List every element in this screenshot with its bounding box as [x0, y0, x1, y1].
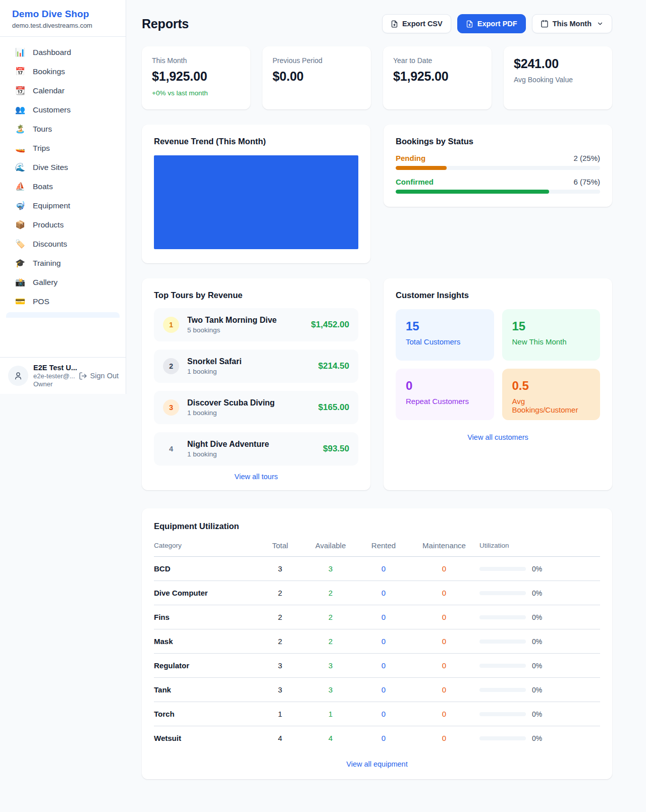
cell-available: 2 [303, 637, 358, 646]
camera-icon: 📸 [15, 278, 25, 286]
rank-badge: 3 [163, 399, 179, 416]
app-layout: Demo Dive Shop demo.test.divestreams.com… [0, 0, 646, 779]
status-row-pending: Pending 2 (25%) [396, 154, 600, 170]
sidebar-item-label: Customers [33, 105, 71, 114]
stat-value: $1,925.00 [152, 69, 240, 84]
view-all-customers-link[interactable]: View all customers [396, 433, 600, 441]
tour-name: Snorkel Safari [187, 357, 242, 366]
table-row: Tank 3 3 0 0 0% [154, 678, 600, 702]
tour-name: Two Tank Morning Dive [187, 316, 277, 325]
sidebar-item-equipment[interactable]: 🤿Equipment [6, 196, 120, 215]
sidebar-item-pos[interactable]: 💳POS [6, 292, 120, 311]
stat-value: $1,925.00 [393, 69, 481, 84]
main-content: Reports Export CSV Export PDF This Month [142, 0, 612, 779]
export-pdf-label: Export PDF [477, 20, 517, 28]
sidebar-item-discounts[interactable]: 🏷️Discounts [6, 235, 120, 254]
charts-row: Revenue Trend (This Month) Bookings by S… [142, 125, 612, 263]
utilization-track [479, 615, 526, 619]
cell-total: 1 [257, 710, 303, 718]
table-row: Wetsuit 4 4 0 0 0% [154, 726, 600, 750]
table-row: Mask 2 2 0 0 0% [154, 629, 600, 654]
sidebar-item-label: Discounts [33, 240, 67, 249]
sidebar-item-dive-sites[interactable]: 🌊Dive Sites [6, 158, 120, 177]
stat-card-year-to-date: Year to Date $1,925.00 [383, 46, 492, 109]
cell-category: Tank [154, 685, 257, 694]
column-header-rented: Rented [358, 541, 409, 550]
rank-badge: 1 [163, 317, 179, 333]
cell-maintenance: 0 [409, 710, 479, 718]
utilization-percent: 0% [532, 710, 542, 718]
sidebar-item-trips[interactable]: 🚤Trips [6, 139, 120, 158]
cell-rented: 0 [358, 589, 409, 597]
stat-label: This Month [152, 56, 240, 65]
sidebar-item-label: Equipment [33, 201, 70, 210]
sidebar-item-calendar[interactable]: 📆Calendar [6, 81, 120, 100]
sidebar-item-products[interactable]: 📦Products [6, 215, 120, 235]
export-pdf-button[interactable]: Export PDF [457, 14, 526, 33]
sidebar-item-boats[interactable]: ⛵Boats [6, 177, 120, 196]
sign-out-button[interactable]: Sign Out [79, 372, 119, 380]
status-value: 2 (25%) [573, 154, 600, 162]
sidebar-item-gallery[interactable]: 📸Gallery [6, 273, 120, 292]
sidebar-item-label: POS [33, 297, 49, 306]
sidebar-panel: Demo Dive Shop demo.test.divestreams.com… [0, 0, 126, 394]
cell-total: 3 [257, 564, 303, 573]
user-panel: E2E Test U... e2e-tester@... Owner Sign … [0, 357, 126, 394]
sidebar-item-label: Dashboard [33, 48, 71, 57]
sidebar-item-training[interactable]: 🎓Training [6, 254, 120, 273]
customers-icon: 👥 [15, 106, 25, 114]
cell-available: 4 [303, 734, 358, 742]
view-all-equipment-link[interactable]: View all equipment [154, 760, 600, 768]
insight-tile-repeat-customers: 0 Repeat Customers [396, 369, 494, 420]
tour-bookings: 1 booking [187, 450, 269, 458]
insight-tiles: 15 Total Customers 15 New This Month 0 R… [396, 309, 600, 420]
stat-card-avg-booking: $241.00 Avg Booking Value [504, 46, 612, 109]
tile-label: Repeat Customers [406, 397, 484, 405]
insight-tile-avg-bookings: 0.5 Avg Bookings/Customer [502, 369, 601, 420]
cell-rented: 0 [358, 710, 409, 718]
sidebar-item-reports-partial[interactable] [6, 312, 120, 318]
sidebar-item-dashboard[interactable]: 📊Dashboard [6, 43, 120, 62]
user-name: E2E Test U... [33, 364, 74, 372]
cell-category: Wetsuit [154, 734, 257, 742]
stat-delta: +0% vs last month [152, 89, 240, 97]
cell-category: Torch [154, 710, 257, 718]
person-icon [14, 371, 23, 380]
period-label: This Month [553, 20, 591, 28]
tile-value: 15 [512, 319, 590, 333]
user-email: e2e-tester@... [33, 372, 74, 380]
cell-maintenance: 0 [409, 564, 479, 573]
period-dropdown[interactable]: This Month [532, 14, 612, 33]
column-header-utilization: Utilization [479, 542, 600, 549]
export-csv-label: Export CSV [402, 20, 443, 28]
table-row: Fins 2 2 0 0 0% [154, 605, 600, 629]
rank-badge: 4 [163, 441, 179, 457]
sidebar-item-bookings[interactable]: 📅Bookings [6, 62, 120, 81]
status-row-confirmed: Confirmed 6 (75%) [396, 178, 600, 194]
equipment-table-header: Category Total Available Rented Maintena… [154, 541, 600, 557]
customer-insights-card: Customer Insights 15 Total Customers 15 … [384, 278, 612, 490]
tile-label: New This Month [512, 337, 590, 346]
utilization-track [479, 688, 526, 692]
tour-bookings: 1 booking [187, 409, 275, 417]
sidebar-item-tours[interactable]: 🏝️Tours [6, 120, 120, 139]
sidebar-header: Demo Dive Shop demo.test.divestreams.com [0, 0, 126, 37]
cell-maintenance: 0 [409, 589, 479, 597]
export-csv-button[interactable]: Export CSV [382, 14, 451, 33]
calendar-icon: 📆 [15, 87, 25, 95]
sidebar-item-customers[interactable]: 👥Customers [6, 100, 120, 120]
view-all-tours-link[interactable]: View all tours [154, 466, 358, 481]
cell-category: Regulator [154, 661, 257, 670]
tour-row: 1 Two Tank Morning Dive5 bookings $1,452… [154, 308, 358, 341]
column-header-total: Total [257, 541, 303, 550]
column-header-available: Available [303, 541, 358, 550]
cell-rented: 0 [358, 734, 409, 742]
tour-row: 3 Discover Scuba Diving1 booking $165.00 [154, 391, 358, 424]
status-progress-track [396, 190, 600, 194]
equipment-table-body: BCD 3 3 0 0 0% Dive Computer 2 2 0 0 0% [154, 557, 600, 750]
island-icon: 🏝️ [15, 125, 25, 133]
stat-value: $241.00 [514, 56, 602, 71]
main-header: Reports Export CSV Export PDF This Month [142, 14, 612, 33]
cell-category: Fins [154, 613, 257, 621]
cell-maintenance: 0 [409, 661, 479, 670]
